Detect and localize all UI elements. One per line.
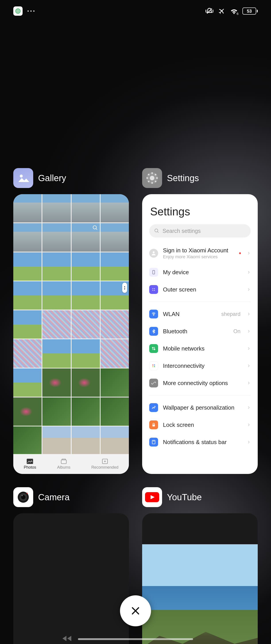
tab-label: Recommended: [91, 465, 118, 470]
more-dots-icon[interactable]: [28, 10, 35, 12]
chevron-right-icon: [247, 346, 251, 350]
camera-icon: [17, 490, 30, 504]
recent-card-youtube[interactable]: YouTube: [142, 487, 258, 644]
thumb: [101, 310, 129, 338]
chevron-right-icon: [247, 312, 251, 316]
thumb: [13, 310, 42, 338]
tab-recommended[interactable]: Recommended: [91, 458, 118, 470]
row-more-connectivity[interactable]: More connectivity options: [149, 374, 251, 392]
youtube-app-icon[interactable]: [142, 487, 162, 507]
mobile-icon: [149, 344, 158, 353]
card-header: Camera: [13, 487, 129, 507]
svg-marker-49: [63, 636, 66, 641]
thumb: [42, 426, 71, 455]
svg-point-33: [154, 364, 155, 366]
chevron-right-icon: [247, 288, 251, 292]
thumb: [13, 252, 42, 281]
thumb: [42, 398, 71, 426]
row-bluetooth[interactable]: Bluetooth On: [149, 323, 251, 340]
thumb: [72, 368, 100, 397]
camera-preview[interactable]: [13, 513, 129, 644]
chevron-right-icon: [247, 329, 251, 333]
photo-grid: [13, 194, 129, 455]
recent-card-gallery[interactable]: Gallery ▲▼ Photos: [13, 168, 129, 474]
link-icon: [149, 378, 158, 388]
close-icon: [130, 606, 141, 616]
notification-dot: [239, 252, 241, 254]
row-mydevice[interactable]: My device: [149, 264, 251, 281]
settings-search[interactable]: Search settings: [149, 224, 251, 238]
row-mobile[interactable]: Mobile networks: [149, 340, 251, 357]
thumb: [42, 281, 71, 310]
scroll-indicator[interactable]: ▲▼: [122, 283, 127, 293]
close-all-button[interactable]: [120, 595, 151, 626]
status-app-icon[interactable]: [13, 6, 23, 16]
recent-card-settings[interactable]: Settings Settings Search settings Sign i…: [142, 168, 258, 474]
status-bar: 6 53: [0, 0, 271, 22]
device-icon: [149, 268, 158, 277]
card-title: YouTube: [167, 492, 202, 502]
outer-screen-icon: [149, 285, 158, 294]
avatar-icon: [149, 249, 158, 258]
svg-line-19: [148, 174, 149, 175]
row-account[interactable]: Sign in to Xiaomi Account Enjoy more Xia…: [149, 243, 251, 264]
svg-marker-50: [67, 636, 71, 641]
thumb: [13, 368, 42, 397]
svg-text:6: 6: [237, 12, 238, 15]
card-header: YouTube: [142, 487, 258, 507]
thumb: [72, 223, 100, 252]
card-header: Settings: [142, 168, 258, 188]
thumb: [13, 281, 42, 310]
tab-albums[interactable]: Albums: [57, 458, 70, 470]
gallery-app-icon[interactable]: [13, 168, 33, 188]
albums-icon: [60, 458, 67, 464]
svg-rect-8: [27, 459, 33, 464]
status-left: [13, 6, 35, 16]
row-wallpaper[interactable]: Wallpaper & personalization: [149, 399, 251, 416]
settings-heading: Settings: [150, 205, 251, 218]
svg-point-2: [18, 10, 18, 12]
svg-point-28: [154, 288, 155, 289]
svg-line-7: [96, 229, 97, 230]
recent-card-camera[interactable]: Camera: [13, 487, 129, 644]
search-placeholder: Search settings: [162, 228, 201, 234]
svg-point-36: [155, 406, 155, 407]
svg-point-6: [93, 226, 96, 229]
thumb: [72, 281, 100, 310]
row-outerscreen[interactable]: Outer screen: [149, 281, 251, 298]
battery-level: 53: [242, 8, 256, 14]
battery-indicator: 53: [242, 8, 258, 14]
row-notifications[interactable]: Notifications & status bar: [149, 434, 251, 451]
gallery-icon: [17, 172, 29, 184]
chevron-right-icon: [247, 406, 251, 410]
row-label: Bluetooth: [163, 328, 228, 335]
thumb: [42, 252, 71, 281]
svg-line-24: [157, 232, 159, 233]
row-lockscreen[interactable]: Lock screen: [149, 416, 251, 434]
home-indicator[interactable]: [78, 638, 193, 640]
settings-preview[interactable]: Settings Search settings Sign in to Xiao…: [142, 194, 258, 474]
row-label: My device: [163, 269, 242, 276]
gallery-preview[interactable]: ▲▼ Photos Albums Recommended: [13, 194, 129, 474]
row-label: Notifications & status bar: [163, 439, 242, 446]
tab-photos[interactable]: Photos: [24, 458, 36, 470]
recent-apps-grid: Gallery ▲▼ Photos: [13, 168, 258, 644]
svg-point-35: [154, 366, 155, 367]
search-icon: [154, 228, 159, 234]
settings-app-icon[interactable]: [142, 168, 162, 188]
lock-icon: [149, 420, 158, 429]
row-label: Wallpaper & personalization: [163, 404, 242, 411]
camera-app-icon[interactable]: [13, 487, 33, 507]
row-wlan[interactable]: WLAN shepard: [149, 306, 251, 323]
svg-rect-38: [152, 440, 155, 444]
row-interconnectivity[interactable]: Interconnectivity: [149, 357, 251, 374]
row-value: On: [233, 328, 240, 334]
youtube-preview[interactable]: [142, 513, 258, 644]
thumb: [72, 339, 100, 368]
row-label: Outer screen: [163, 286, 242, 293]
wifi-icon: 6: [230, 7, 238, 15]
svg-point-43: [22, 495, 23, 496]
video-frame: [142, 544, 258, 644]
thumb: [101, 368, 129, 397]
wallpaper-icon: [149, 403, 158, 412]
